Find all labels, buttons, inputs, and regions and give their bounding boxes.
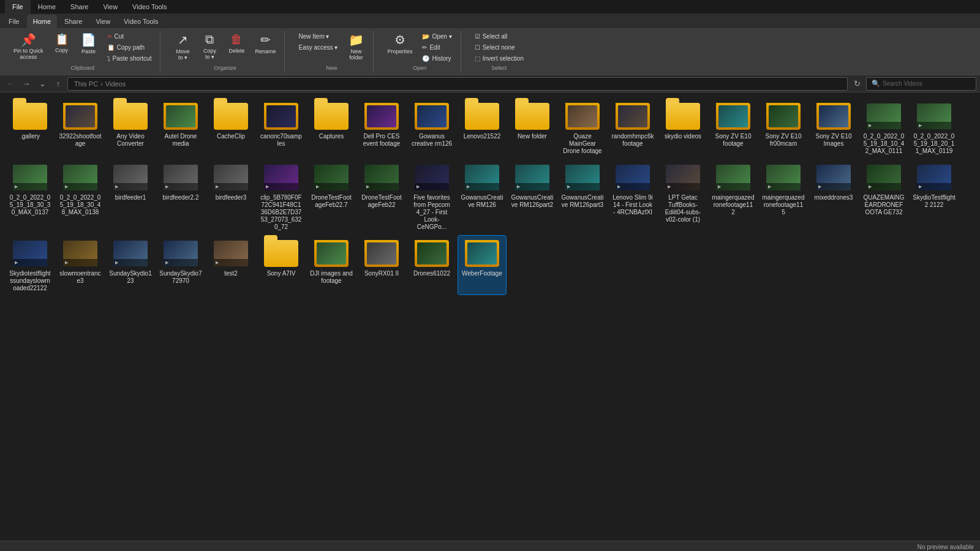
folder-item[interactable]: Any Video Converter — [107, 99, 154, 157]
ribbon-tab-view[interactable]: View — [89, 15, 116, 28]
ribbon-tab-videotools[interactable]: Video Tools — [118, 15, 164, 28]
ribbon-tab-home[interactable]: Home — [27, 15, 57, 28]
tab-home[interactable]: Home — [31, 0, 63, 13]
folder-item[interactable]: canonc70samples — [257, 99, 305, 157]
easy-access-button[interactable]: Easy access ▾ — [295, 42, 341, 53]
folder-item[interactable]: Sony A7IV — [257, 236, 305, 294]
delete-button[interactable]: 🗑 Delete — [224, 31, 249, 56]
folder-item[interactable]: Sony ZV E10 fr00mcam — [760, 99, 807, 157]
folder-item[interactable]: WeberFootage — [458, 236, 506, 294]
invert-selection-button[interactable]: ⬚ Invert selection — [471, 53, 527, 64]
folder-item[interactable]: ▶ DroneTestFootageFeb22 — [358, 160, 405, 233]
folder-item[interactable]: CacheClip — [207, 99, 255, 157]
recent-locations-button[interactable]: ⌄ — [36, 77, 49, 91]
folder-item[interactable]: Dell Pro CES event footage — [358, 99, 405, 157]
folder-item[interactable]: ▶ test2 — [207, 236, 255, 294]
tab-view[interactable]: View — [96, 0, 125, 13]
copy-button[interactable]: 📋 Copy — [50, 31, 74, 55]
folder-item[interactable]: ▶ DroneTestFootageFeb22.7 — [307, 160, 355, 233]
folder-item[interactable]: ▶ birdfeeder1 — [107, 160, 154, 233]
tab-share[interactable]: Share — [63, 0, 96, 13]
folder-label: Any Video Converter — [109, 133, 152, 148]
folder-item[interactable]: New folder — [508, 99, 556, 157]
folder-item[interactable]: SonyRX01 II — [358, 236, 405, 294]
ribbon-tab-share[interactable]: Share — [58, 15, 88, 28]
folder-label: mixeddrones3 — [815, 194, 853, 201]
folder-item[interactable]: ▶ mixeddrones3 — [810, 160, 858, 233]
folder-item[interactable]: .gallery — [6, 99, 54, 157]
paste-icon: 📄 — [81, 32, 96, 47]
folder-item[interactable]: Lenovo21522 — [458, 99, 506, 157]
folder-item[interactable]: ▶ SkydioTestflight2 2122 — [910, 160, 958, 233]
folder-item[interactable]: ▶ GowanusCreative RM126 — [458, 160, 506, 233]
new-item-button[interactable]: New Item ▾ — [295, 31, 341, 42]
folder-item[interactable]: Autel Drone media — [157, 99, 205, 157]
ribbon-tab-file[interactable]: File — [2, 15, 26, 28]
folder-item[interactable]: 32922shootfootage — [56, 99, 104, 157]
video-thumb-icon: ▶ — [12, 238, 48, 269]
paste-button[interactable]: 📄 Paste — [77, 31, 101, 56]
forward-button[interactable]: → — [20, 77, 33, 91]
rename-button[interactable]: ✏ Rename — [251, 31, 279, 56]
folder-item[interactable]: ▶ maingerquazedronefootage115 — [760, 160, 807, 233]
folder-item[interactable]: skydio videos — [659, 99, 707, 157]
ribbon-tabs: File Home Share View Video Tools — [0, 13, 980, 28]
folder-item[interactable]: Quaze MainGear Drone footage — [559, 99, 606, 157]
folder-item[interactable]: ▶ 0_2_0_2022_05_19_18_30_30_MAX_0137 — [6, 160, 54, 233]
folder-item[interactable]: ▶ 0_2_0_2022_05_19_18_10_42_MAX_0111 — [860, 99, 908, 157]
folder-item[interactable]: ▶ GowanusCreative RM126part3 — [559, 160, 606, 233]
folder-item[interactable]: ▶ LPT Getac TuffBooks-Ediit04-subs-v02-c… — [659, 160, 707, 233]
folder-item[interactable]: ▶ SundaySkydio123 — [107, 236, 154, 294]
folder-item[interactable]: Captures — [307, 99, 355, 157]
rename-icon: ✏ — [260, 32, 271, 47]
edit-button[interactable]: ✏ Edit — [418, 42, 455, 53]
folder-item[interactable]: ▶ maingerquazedronefootage112 — [709, 160, 757, 233]
select-none-button[interactable]: ☐ Select none — [471, 42, 527, 53]
move-to-button[interactable]: ↗ Moveto ▾ — [170, 31, 195, 62]
tab-file[interactable]: File — [5, 0, 31, 13]
open-button[interactable]: 📂 Open ▾ — [418, 31, 455, 42]
folder-item[interactable]: ▶ QUAZEMAINGEARDRONEFOOTA GE732 — [860, 160, 908, 233]
folder-item[interactable]: ▶ Five favorites from Pepcom 4_27 - Firs… — [408, 160, 456, 233]
select-all-button[interactable]: ☑ Select all — [471, 31, 527, 42]
copy-path-button[interactable]: 📋 Copy path — [104, 42, 156, 53]
up-button[interactable]: ↑ — [51, 77, 65, 91]
folder-item[interactable]: DJI images and footage — [307, 236, 355, 294]
search-box[interactable]: 🔍 Search Videos — [866, 77, 976, 91]
ribbon-group-select: ☑ Select all ☐ Select none ⬚ Invert sele… — [466, 31, 532, 72]
back-button[interactable]: ← — [4, 77, 17, 91]
folder-item[interactable]: ▶ GowanusCreative RM126part2 — [508, 160, 556, 233]
folder-item[interactable]: randomhmpc6kfootage — [609, 99, 657, 157]
paste-shortcut-button[interactable]: ⤵ Paste shortcut — [104, 53, 156, 64]
folder-item[interactable]: ▶ Lenovo Slim 9i 14 - First Look - 4RCNB… — [609, 160, 657, 233]
folder-item[interactable]: ▶ clip_5B780F0F72C941F48C136D6B2E7D3753_… — [257, 160, 305, 233]
refresh-button[interactable]: ↻ — [850, 77, 864, 91]
copy-to-icon: ⧉ — [205, 32, 214, 47]
folder-item[interactable]: Drones61022 — [408, 236, 456, 294]
folder-item[interactable]: ▶ birdfeeder3 — [207, 160, 255, 233]
folder-label: Quaze MainGear Drone footage — [561, 133, 604, 155]
folder-item[interactable]: Sony ZV E10 footage — [709, 99, 757, 157]
properties-button[interactable]: ⚙ Properties — [383, 31, 416, 56]
folder-item[interactable]: Gowanus creative rm126 — [408, 99, 456, 157]
folder-label: Sony A7IV — [267, 270, 296, 277]
folder-label: 0_2_0_2022_05_19_18_30_48_MAX_0138 — [59, 194, 102, 216]
folder-item[interactable]: ▶ 0_2_0_2022_05_19_18_30_48_MAX_0138 — [56, 160, 104, 233]
folder-label: Sony ZV E10 Images — [812, 133, 855, 148]
copy-path-icon: 📋 — [107, 44, 115, 51]
folder-icon — [514, 101, 551, 132]
new-folder-button[interactable]: 📁 Newfolder — [344, 31, 368, 62]
folder-item[interactable]: ▶ birdfeeder2.2 — [157, 160, 205, 233]
pin-to-quick-access-button[interactable]: 📌 Pin to Quickaccess — [10, 31, 47, 62]
address-path[interactable]: This PC › Videos — [67, 77, 848, 91]
folder-item[interactable]: ▶ 0_2_0_2022_05_19_18_20_11_MAX_0119 — [910, 99, 958, 157]
tab-video-tools[interactable]: Video Tools — [125, 0, 174, 13]
folder-item[interactable]: ▶ Skydiotestflightssundayslowmoaded22122 — [6, 236, 54, 294]
folder-item[interactable]: ▶ slowmoentrance3 — [56, 236, 104, 294]
copy-to-button[interactable]: ⧉ Copyto ▾ — [197, 31, 222, 62]
select-group-label: Select — [491, 65, 507, 71]
history-button[interactable]: 🕐 History — [418, 53, 455, 64]
cut-button[interactable]: ✂ Cut — [104, 31, 156, 42]
folder-item[interactable]: ▶ SundaySkydio772970 — [157, 236, 205, 294]
folder-item[interactable]: Sony ZV E10 Images — [810, 99, 858, 157]
